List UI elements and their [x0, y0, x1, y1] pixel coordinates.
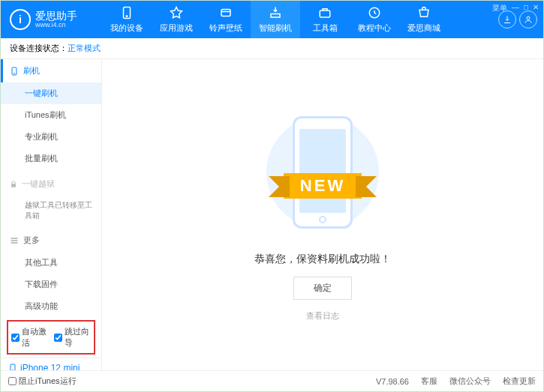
svg-rect-2: [221, 9, 230, 16]
maximize-icon[interactable]: □: [524, 3, 528, 13]
nav-label: 爱思商城: [407, 22, 440, 34]
checkbox-block-itunes[interactable]: 阻止iTunes运行: [8, 376, 77, 387]
sidebar-item-oneclick[interactable]: 一键刷机: [1, 82, 101, 104]
window-controls: 菜单 — □ ✕: [492, 3, 539, 13]
menu-icon[interactable]: 菜单: [492, 3, 507, 13]
nav-icon: [269, 6, 282, 19]
success-message: 恭喜您，保资料刷机成功啦！: [254, 253, 391, 266]
logo-icon: i: [10, 9, 31, 30]
sidebar-item-itunes[interactable]: iTunes刷机: [1, 104, 101, 126]
nav-label: 教程中心: [358, 22, 391, 34]
sidebar-item-other[interactable]: 其他工具: [1, 252, 101, 274]
nav-label: 工具箱: [313, 22, 338, 34]
nav-tab-3[interactable]: 智能刷机: [251, 1, 300, 38]
nav-icon: [318, 6, 332, 19]
svg-point-1: [126, 15, 128, 16]
nav-tab-6[interactable]: 爱思商城: [399, 1, 449, 38]
status-bar: 设备连接状态： 正常模式: [1, 38, 543, 59]
sidebar-item-batch[interactable]: 批量刷机: [1, 148, 101, 169]
nav-label: 铃声壁纸: [209, 22, 242, 34]
svg-rect-3: [320, 10, 330, 17]
success-illustration: NEW: [266, 109, 379, 236]
device-block[interactable]: iPhone 12 mini 64GB Down-12mini-13,1: [1, 358, 101, 371]
wechat-link[interactable]: 微信公众号: [449, 376, 491, 387]
footer-bar: 阻止iTunes运行 V7.98.66 客服 微信公众号 检查更新: [1, 370, 543, 391]
sidebar-item-firmware[interactable]: 下载固件: [1, 274, 101, 295]
brand-name: 爱思助手: [35, 10, 77, 21]
nav-icon: [417, 6, 431, 19]
nav-icon: [368, 6, 381, 19]
nav-label: 我的设备: [110, 22, 143, 34]
sidebar-item-advanced[interactable]: 高级功能: [1, 295, 101, 317]
nav-tab-5[interactable]: 教程中心: [350, 1, 399, 38]
sidebar-section-flash[interactable]: 刷机: [1, 59, 101, 82]
nav-label: 应用游戏: [160, 22, 193, 34]
nav-tab-0[interactable]: 我的设备: [102, 1, 152, 38]
nav-tabs: 我的设备应用游戏铃声壁纸智能刷机工具箱教程中心爱思商城: [102, 1, 498, 38]
checkbox-auto-activate[interactable]: 自动激活: [11, 326, 48, 349]
brand-logo: i 爱思助手 www.i4.cn: [1, 9, 102, 30]
minimize-icon[interactable]: —: [512, 3, 519, 13]
menu-lines-icon: [10, 236, 19, 245]
check-update-link[interactable]: 检查更新: [503, 376, 536, 387]
phone-icon: [10, 67, 19, 76]
nav-tab-4[interactable]: 工具箱: [300, 1, 350, 38]
sidebar-section-more[interactable]: 更多: [1, 229, 101, 252]
checkbox-skip-setup[interactable]: 跳过向导: [54, 326, 91, 349]
status-label: 设备连接状态：: [10, 43, 68, 54]
brand-url: www.i4.cn: [35, 21, 77, 28]
nav-label: 智能刷机: [259, 22, 292, 34]
new-ribbon: NEW: [284, 173, 362, 199]
lock-icon: [10, 181, 17, 188]
ok-button[interactable]: 确定: [293, 277, 352, 300]
version-label: V7.98.66: [376, 377, 409, 386]
status-value: 正常模式: [68, 43, 101, 54]
title-bar: i 爱思助手 www.i4.cn 我的设备应用游戏铃声壁纸智能刷机工具箱教程中心…: [1, 1, 543, 38]
jailbreak-note: 越狱工具已转移至工具箱: [1, 196, 101, 226]
nav-tab-1[interactable]: 应用游戏: [152, 1, 201, 38]
nav-icon: [120, 6, 134, 19]
checkbox-highlight: 自动激活 跳过向导: [7, 320, 95, 355]
close-icon[interactable]: ✕: [533, 3, 539, 13]
nav-icon: [170, 6, 183, 19]
sidebar-item-pro[interactable]: 专业刷机: [1, 126, 101, 148]
content-area: NEW 恭喜您，保资料刷机成功啦！ 确定 查看日志: [102, 59, 543, 371]
sidebar-section-jailbreak[interactable]: 一键越狱: [1, 172, 101, 196]
view-log-link[interactable]: 查看日志: [306, 310, 339, 322]
sidebar: 刷机 一键刷机 iTunes刷机 专业刷机 批量刷机 一键越狱 越狱工具已转移至…: [1, 59, 102, 371]
service-link[interactable]: 客服: [421, 376, 437, 387]
svg-point-5: [527, 16, 530, 19]
nav-tab-2[interactable]: 铃声壁纸: [201, 1, 251, 38]
svg-point-7: [14, 73, 15, 73]
nav-icon: [219, 6, 233, 19]
